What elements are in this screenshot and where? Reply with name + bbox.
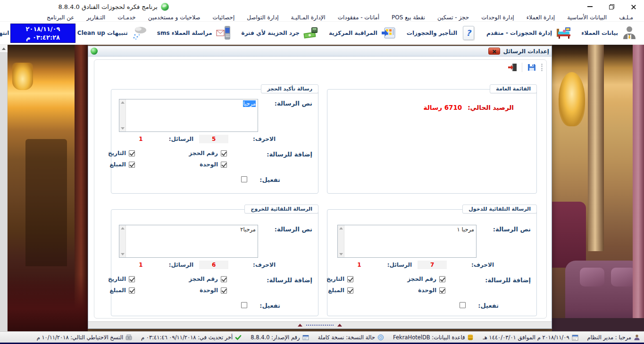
maroon-armchair (546, 202, 586, 268)
group-checkout-title: الرسالة التلقائية للخروج (244, 205, 318, 213)
window-title: برنامج فكره لحجوزات الفنادق 8.8.4.0 (58, 3, 158, 10)
menu-permissions[interactable]: صلاحيات و مستخدمين (142, 14, 207, 21)
checkbox-box[interactable] (439, 287, 445, 294)
titlebar: برنامج فكره لحجوزات الفنادق 8.8.4.0 (0, 0, 644, 13)
close-button[interactable] (622, 0, 644, 13)
confirm-message-textarea[interactable]: مرحبا (119, 99, 258, 132)
status-last-update: أخر تحديث في: ٠٩/١١/٢٠١٨ ٠٣:٤١:٤٦ م (141, 334, 242, 341)
toolbar-cleanup-alerts[interactable]: تنبيهات Clean up (73, 24, 152, 42)
scroll-up-icon (2, 48, 6, 50)
toolbar-cash-audit[interactable]: جرد الخزينة لأي فترة (237, 24, 324, 42)
dialog-body: القائمة العامة الرصيد الحالي: 6710 رسالة… (88, 57, 552, 321)
version-window-icon (302, 334, 309, 341)
sofa-cushion (580, 268, 604, 287)
checkbox-date[interactable]: التاريخ (55, 276, 135, 282)
checkbox-box[interactable] (129, 287, 135, 294)
checkbox-unit[interactable]: الوحدة (135, 287, 227, 294)
pink-pillar (633, 45, 644, 331)
messages-label: الرسائل: (387, 262, 412, 268)
menu-file[interactable]: مـلـف (613, 14, 639, 21)
textarea-scrollbar[interactable] (338, 225, 344, 257)
message-text-label: نص الرسالة: (258, 99, 312, 132)
app-title-cluster: برنامج فكره لحجوزات الفنادق 8.8.4.0 (4, 1, 169, 12)
checkbox-box[interactable] (221, 162, 227, 168)
floor-strip (552, 318, 644, 331)
dialog-close-button[interactable] (488, 48, 500, 55)
scroll-up-button[interactable] (0, 45, 8, 53)
toolbar-central-monitoring[interactable]: المراقبة المركزية (325, 24, 401, 42)
menu-services[interactable]: خدمـات (111, 14, 142, 21)
messages-label: الرسائل: (169, 262, 193, 268)
menu-finance[interactable]: الإدارة المـاليـة (285, 14, 332, 21)
checkbox-amount[interactable]: المبلغ (55, 287, 135, 294)
dialog-header[interactable]: إعدادات الرسائل (88, 46, 552, 57)
exit-button[interactable] (507, 62, 518, 73)
window-controls (579, 0, 644, 13)
menu-basic-data[interactable]: البيانات الأساسية (561, 14, 613, 21)
checkbox-box[interactable] (221, 150, 227, 156)
checkbox-date[interactable]: التاريخ (55, 150, 135, 156)
checkbox-box[interactable] (439, 276, 445, 282)
enable-checkbox[interactable] (460, 302, 466, 308)
group-general-title: القائمة العامة (490, 84, 537, 93)
checkbox-box[interactable] (347, 276, 353, 282)
minimize-button[interactable] (579, 0, 601, 13)
restore-button[interactable] (601, 0, 622, 13)
current-date: ٢٠١٨/١١/٠٩ (26, 25, 60, 33)
mdi-workspace: إعدادات الرسائل (0, 45, 644, 331)
menu-customers[interactable]: إدارة العملاء (520, 14, 561, 21)
green-check-icon (235, 334, 242, 341)
checkbox-box[interactable] (221, 287, 227, 294)
message-text-value: مرحبا٢ (240, 226, 256, 233)
status-next-backup: النسخ الاحتياطي التالي: ١٠/١١/٢٠١٨ م (37, 334, 132, 341)
toolbar-rentals-bookings[interactable]: ? التأجير والحجوزات (402, 24, 481, 42)
menubar: مـلـف البيانات الأساسية إدارة العملاء إد… (0, 13, 644, 22)
toolbar-customers[interactable]: بيانات العملاء (577, 24, 642, 42)
textarea-scrollbar[interactable] (119, 99, 126, 131)
checkbox-box[interactable] (347, 287, 353, 294)
group-general: القائمة العامة الرصيد الحالي: 6710 رسالة (327, 89, 537, 194)
checkin-message-textarea[interactable]: مرحبا ١ (337, 225, 477, 258)
save-button[interactable] (526, 62, 537, 73)
menu-about[interactable]: عن البرنامج (41, 14, 81, 21)
chars-value: 5 (199, 135, 228, 143)
checkbox-unit[interactable]: الوحدة (135, 161, 227, 168)
toolbar-bookings-advanced[interactable]: إدارة الحجوزات - متقدم (482, 24, 576, 42)
settings-groups: القائمة العامة الرصيد الحالي: 6710 رسالة… (94, 75, 546, 318)
checkbox-amount[interactable]: المبلغ (55, 161, 135, 168)
menu-booking[interactable]: حجز - تسكين (431, 14, 475, 21)
checkbox-booking-number[interactable]: رقم الحجز (353, 276, 445, 282)
checkbox-unit[interactable]: الوحدة (353, 287, 445, 294)
enable-checkbox[interactable] (241, 176, 247, 182)
menu-reports[interactable]: التـقارير (81, 14, 112, 21)
vertical-scrollbar[interactable] (0, 45, 8, 331)
menu-units[interactable]: إدارة الوحدات (475, 14, 520, 21)
current-time: ٠٣:٤٢:٢٨ م (26, 33, 60, 42)
toolbar: بيانات العملاء إدارة الحجوزات - متقدم ? … (0, 22, 644, 45)
group-checkout-message: الرسالة التلقائية للخروج نص الرسالة: مرح… (111, 209, 318, 316)
slider-dotted-track[interactable] (306, 325, 334, 326)
minimize-icon (587, 6, 593, 7)
checkbox-box[interactable] (129, 162, 135, 168)
cleanup-sponge-icon (131, 25, 148, 41)
menu-lost-found[interactable]: أمانات - مفقودات (332, 14, 385, 21)
checkbox-box[interactable] (129, 150, 135, 156)
checkbox-box[interactable] (129, 276, 135, 282)
scroll-up-icon (339, 227, 343, 229)
checkbox-box[interactable] (221, 276, 227, 282)
checkbox-booking-number[interactable]: رقم الحجز (135, 276, 227, 282)
textarea-scrollbar[interactable] (119, 225, 126, 257)
slider-right-handle[interactable] (337, 324, 342, 327)
status-user: مرحبا : مدير النظام (587, 334, 640, 341)
checkout-message-textarea[interactable]: مرحبا٢ (119, 225, 258, 258)
checkbox-booking-number[interactable]: رقم الحجز (135, 150, 227, 156)
menu-communication[interactable]: إدارة التواصل (241, 14, 284, 21)
toolbar-sms-customers[interactable]: مراسلة العملاء sms (153, 24, 236, 42)
menu-pos[interactable]: نقطة بيع POS (385, 14, 431, 21)
slider-left-handle[interactable] (298, 324, 302, 327)
disc-icon (377, 334, 384, 341)
menu-statistics[interactable]: إحصائيات (207, 14, 241, 21)
enable-checkbox[interactable] (241, 302, 247, 308)
toolbar-grip[interactable] (541, 63, 544, 72)
dialog-globe-icon (91, 48, 98, 55)
